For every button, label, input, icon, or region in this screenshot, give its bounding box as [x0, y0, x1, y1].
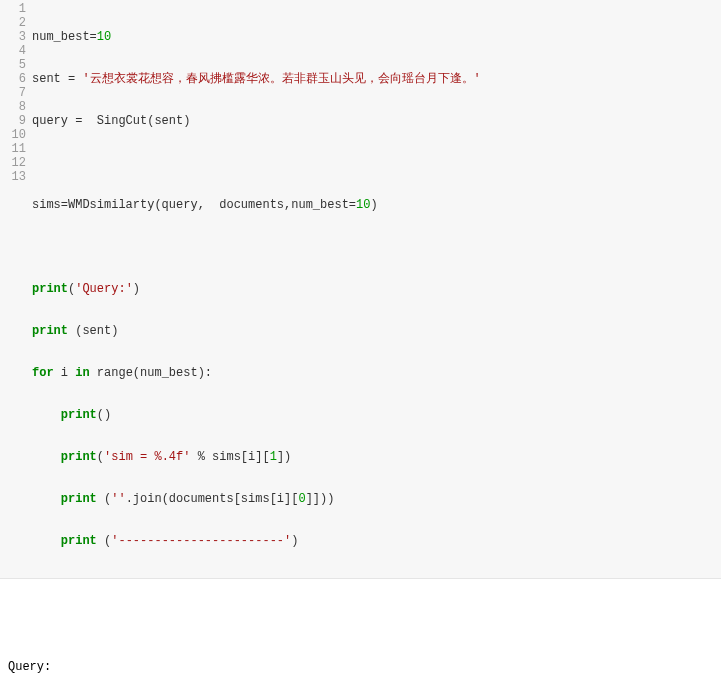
code-body[interactable]: num_best=10 sent = '云想衣裳花想容，春风拂槛露华浓。若非群玉…: [32, 2, 721, 576]
code-editor: 1 2 3 4 5 6 7 8 9 10 11 12 13 num_best=1…: [0, 0, 721, 579]
line-number: 12: [0, 156, 26, 170]
line-number: 10: [0, 128, 26, 142]
code-line[interactable]: sims=WMDsimilarty(query, documents,num_b…: [32, 198, 721, 212]
code-line[interactable]: print (sent): [32, 324, 721, 338]
line-number: 11: [0, 142, 26, 156]
line-number: 3: [0, 30, 26, 44]
code-line[interactable]: [32, 240, 721, 254]
code-line[interactable]: print (''.join(documents[sims[i][0]])): [32, 492, 721, 506]
code-line[interactable]: [32, 156, 721, 170]
line-number: 6: [0, 72, 26, 86]
line-number: 1: [0, 2, 26, 16]
line-number: 8: [0, 100, 26, 114]
line-gutter: 1 2 3 4 5 6 7 8 9 10 11 12 13: [0, 2, 32, 576]
output-area: Query: 云想衣裳花想容，春风拂槛露华浓。若非群玉山头见，会向瑶台月下逢。 …: [0, 579, 721, 682]
line-number: 7: [0, 86, 26, 100]
code-line[interactable]: print('Query:'): [32, 282, 721, 296]
line-number: 9: [0, 114, 26, 128]
line-number: 13: [0, 170, 26, 184]
code-line[interactable]: print('sim = %.4f' % sims[i][1]): [32, 450, 721, 464]
code-line[interactable]: print(): [32, 408, 721, 422]
query-label: Query:: [8, 660, 713, 675]
code-line[interactable]: sent = '云想衣裳花想容，春风拂槛露华浓。若非群玉山头见，会向瑶台月下逢。…: [32, 72, 721, 86]
code-line[interactable]: query = SingCut(sent): [32, 114, 721, 128]
line-number: 2: [0, 16, 26, 30]
code-line[interactable]: for i in range(num_best):: [32, 366, 721, 380]
line-number: 5: [0, 58, 26, 72]
code-line[interactable]: num_best=10: [32, 30, 721, 44]
line-number: 4: [0, 44, 26, 58]
code-line[interactable]: print ('-----------------------'): [32, 534, 721, 548]
query-block: Query: 云想衣裳花想容，春风拂槛露华浓。若非群玉山头见，会向瑶台月下逢。 …: [8, 630, 713, 682]
